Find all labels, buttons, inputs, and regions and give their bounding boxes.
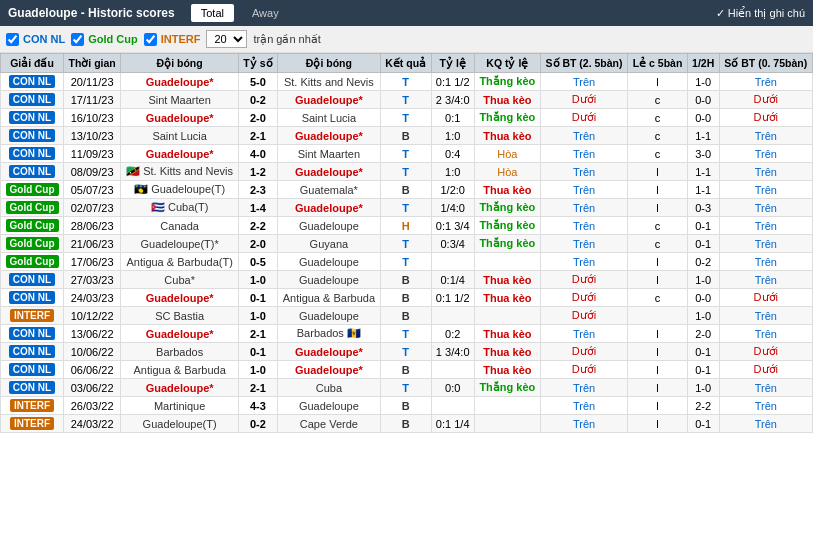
- col-score: Tỷ số: [239, 54, 278, 73]
- cell-team1: Antigua & Barbuda: [121, 361, 239, 379]
- cell-kq-ratio: Thắng kèo: [474, 199, 540, 217]
- cell-league: CON NL: [1, 127, 64, 145]
- col-league: Giải đấu: [1, 54, 64, 73]
- tab-away[interactable]: Away: [242, 4, 289, 22]
- filter-con-checkbox[interactable]: [6, 33, 19, 46]
- cell-le-c: [628, 307, 688, 325]
- cell-league: CON NL: [1, 91, 64, 109]
- cell-ratio: 0:1 3/4: [431, 217, 474, 235]
- cell-team1: Guadeloupe(T): [121, 415, 239, 433]
- cell-date: 26/03/22: [64, 397, 121, 415]
- cell-half: 1-0: [687, 271, 719, 289]
- cell-last-bt: Trên: [719, 217, 812, 235]
- filter-con-label: CON NL: [23, 33, 65, 45]
- cell-result: B: [380, 127, 431, 145]
- cell-kq-ratio: Thắng kèo: [474, 217, 540, 235]
- cell-result: T: [380, 91, 431, 109]
- cell-team2: Sint Maarten: [277, 145, 380, 163]
- cell-team1: Cuba*: [121, 271, 239, 289]
- cell-le-c: c: [628, 235, 688, 253]
- cell-result: B: [380, 415, 431, 433]
- col-result: Kết quả: [380, 54, 431, 73]
- cell-ratio: 1:0: [431, 127, 474, 145]
- cell-league: CON NL: [1, 271, 64, 289]
- cell-ratio: 0:1/4: [431, 271, 474, 289]
- cell-half: 0-0: [687, 109, 719, 127]
- cell-so-bt: Trên: [540, 73, 627, 91]
- cell-team1: Sint Maarten: [121, 91, 239, 109]
- cell-team2: Guadeloupe*: [277, 91, 380, 109]
- table-row: CON NL 27/03/23 Cuba* 1-0 Guadeloupe B 0…: [1, 271, 813, 289]
- cell-team2: St. Kitts and Nevis: [277, 73, 380, 91]
- cell-league: INTERF: [1, 415, 64, 433]
- cell-score: 2-0: [239, 235, 278, 253]
- cell-team2: Guadeloupe: [277, 397, 380, 415]
- header-bar: Guadeloupe - Historic scores Total Away …: [0, 0, 813, 26]
- cell-league: CON NL: [1, 289, 64, 307]
- cell-result: B: [380, 271, 431, 289]
- cell-le-c: l: [628, 343, 688, 361]
- cell-half: 1-0: [687, 73, 719, 91]
- cell-score: 1-0: [239, 271, 278, 289]
- cell-league: CON NL: [1, 73, 64, 91]
- filter-bar: CON NL Gold Cup INTERF 20 10 30 trận gần…: [0, 26, 813, 53]
- cell-kq-ratio: Thua kèo: [474, 181, 540, 199]
- cell-ratio: 2 3/4:0: [431, 91, 474, 109]
- filter-gc-label: Gold Cup: [88, 33, 138, 45]
- cell-kq-ratio: Thắng kèo: [474, 235, 540, 253]
- cell-league: CON NL: [1, 343, 64, 361]
- filter-con-group: CON NL: [6, 33, 65, 46]
- cell-result: T: [380, 253, 431, 271]
- cell-ratio: 0:1 1/4: [431, 415, 474, 433]
- table-row: Gold Cup 05/07/23 🇬🇵 Guadeloupe(T) 2-3 G…: [1, 181, 813, 199]
- cell-result: T: [380, 379, 431, 397]
- table-row: Gold Cup 21/06/23 Guadeloupe(T)* 2-0 Guy…: [1, 235, 813, 253]
- cell-result: H: [380, 217, 431, 235]
- cell-league: INTERF: [1, 307, 64, 325]
- cell-result: B: [380, 361, 431, 379]
- cell-team1: 🇨🇺 Cuba(T): [121, 199, 239, 217]
- cell-result: T: [380, 343, 431, 361]
- cell-half: 0-1: [687, 415, 719, 433]
- cell-half: 1-1: [687, 127, 719, 145]
- cell-date: 08/09/23: [64, 163, 121, 181]
- cell-date: 24/03/23: [64, 289, 121, 307]
- table-row: CON NL 13/06/22 Guadeloupe* 2-1 Barbados…: [1, 325, 813, 343]
- cell-last-bt: Trên: [719, 307, 812, 325]
- col-le-c: Lẻ c 5bàn: [628, 54, 688, 73]
- cell-kq-ratio: Thua kèo: [474, 127, 540, 145]
- cell-score: 4-0: [239, 145, 278, 163]
- cell-so-bt: Trên: [540, 325, 627, 343]
- filter-gc-checkbox[interactable]: [71, 33, 84, 46]
- cell-kq-ratio: Thua kèo: [474, 325, 540, 343]
- cell-team2: Guadeloupe*: [277, 127, 380, 145]
- table-row: INTERF 24/03/22 Guadeloupe(T) 0-2 Cape V…: [1, 415, 813, 433]
- tab-total[interactable]: Total: [191, 4, 234, 22]
- cell-ratio: 0:2: [431, 325, 474, 343]
- cell-score: 5-0: [239, 73, 278, 91]
- app-container: Guadeloupe - Historic scores Total Away …: [0, 0, 813, 433]
- cell-last-bt: Trên: [719, 181, 812, 199]
- cell-le-c: l: [628, 379, 688, 397]
- col-team2: Đội bóng: [277, 54, 380, 73]
- cell-last-bt: Dưới: [719, 91, 812, 109]
- cell-date: 28/06/23: [64, 217, 121, 235]
- count-dropdown[interactable]: 20 10 30: [206, 30, 247, 48]
- cell-score: 1-0: [239, 307, 278, 325]
- cell-score: 0-5: [239, 253, 278, 271]
- cell-le-c: c: [628, 109, 688, 127]
- cell-so-bt: Dưới: [540, 109, 627, 127]
- cell-team1: 🇬🇵 Guadeloupe(T): [121, 181, 239, 199]
- table-row: CON NL 20/11/23 Guadeloupe* 5-0 St. Kitt…: [1, 73, 813, 91]
- table-row: Gold Cup 02/07/23 🇨🇺 Cuba(T) 1-4 Guadelo…: [1, 199, 813, 217]
- table-row: INTERF 26/03/22 Martinique 4-3 Guadeloup…: [1, 397, 813, 415]
- filter-interf-checkbox[interactable]: [144, 33, 157, 46]
- cell-le-c: l: [628, 415, 688, 433]
- col-last-bt: Số BT (0. 75bàn): [719, 54, 812, 73]
- cell-ratio: 1/2:0: [431, 181, 474, 199]
- cell-league: CON NL: [1, 379, 64, 397]
- cell-kq-ratio: Thua kèo: [474, 361, 540, 379]
- cell-team2: Guatemala*: [277, 181, 380, 199]
- cell-last-bt: Trên: [719, 145, 812, 163]
- cell-so-bt: Trên: [540, 379, 627, 397]
